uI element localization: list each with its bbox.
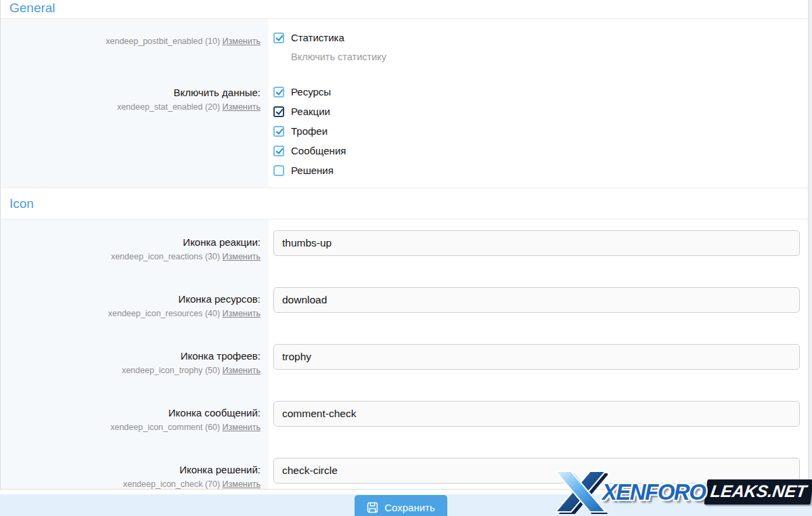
- general-section-block: xendeep_postbit_enabled (10) Изменить Ст…: [1, 19, 808, 188]
- option-control-cell: Статистика Включить статистику: [269, 19, 808, 79]
- option-id-text: xendeep_icon_resources (40): [108, 309, 220, 318]
- option-title: Включить данные:: [1, 86, 261, 100]
- option-row-icon-comment: Иконка сообщений: xendeep_icon_comment (…: [1, 390, 808, 447]
- icon-resources-input[interactable]: [273, 287, 800, 313]
- floppy-disk-icon: [367, 502, 378, 513]
- option-control-cell: [269, 447, 808, 490]
- option-row-icon-check: Иконка решений: xendeep_icon_check (70) …: [1, 447, 808, 490]
- checkbox-solutions[interactable]: Решения: [273, 165, 800, 176]
- section-header-icon: Icon: [1, 188, 808, 219]
- option-label-cell: Иконка ресурсов: xendeep_icon_resources …: [1, 276, 269, 333]
- icon-reactions-input[interactable]: [273, 230, 800, 256]
- option-meta: xendeep_icon_reactions (30) Изменить: [1, 251, 261, 263]
- option-id-text: xendeep_icon_check (70): [123, 479, 220, 489]
- option-label-cell: xendeep_postbit_enabled (10) Изменить: [1, 19, 269, 79]
- option-id-text: xendeep_stat_enabled (20): [117, 102, 220, 112]
- checkbox-icon: [273, 146, 284, 156]
- option-meta: xendeep_icon_resources (40) Изменить: [1, 307, 261, 320]
- save-button-label: Сохранить: [384, 502, 435, 513]
- option-meta: xendeep_icon_comment (60) Изменить: [1, 421, 261, 433]
- option-control-cell: [269, 219, 808, 276]
- checkbox-label: Решения: [291, 165, 334, 176]
- option-hint: Включить статистику: [291, 51, 800, 62]
- icon-comment-input[interactable]: [273, 401, 800, 427]
- checkbox-label: Статистика: [291, 32, 344, 43]
- checkbox-reactions[interactable]: Реакции: [273, 106, 800, 117]
- section-title: Icon: [9, 196, 34, 211]
- page-background-sliver: [809, 0, 812, 490]
- option-row-icon-resources: Иконка ресурсов: xendeep_icon_resources …: [1, 276, 808, 333]
- option-row-icon-reactions: Иконка реакции: xendeep_icon_reactions (…: [1, 219, 808, 276]
- option-id-text: xendeep_icon_trophy (50): [122, 366, 220, 375]
- option-row-icon-trophy: Иконка трофеев: xendeep_icon_trophy (50)…: [1, 333, 808, 390]
- checkbox-messages[interactable]: Сообщения: [273, 145, 800, 156]
- option-title: Иконка решений:: [1, 463, 261, 477]
- icon-section-block: Иконка реакции: xendeep_icon_reactions (…: [1, 219, 808, 490]
- icon-check-input[interactable]: [273, 458, 800, 483]
- option-label-cell: Иконка реакции: xendeep_icon_reactions (…: [1, 219, 269, 276]
- option-id-text: xendeep_icon_comment (60): [110, 423, 220, 432]
- options-panel: General xendeep_postbit_enabled (10) Изм…: [0, 0, 809, 490]
- option-control-cell: [269, 276, 808, 333]
- edit-link[interactable]: Изменить: [223, 309, 261, 318]
- option-label-cell: Иконка трофеев: xendeep_icon_trophy (50)…: [1, 333, 269, 390]
- section-title: General: [9, 1, 55, 15]
- option-meta: xendeep_icon_trophy (50) Изменить: [1, 364, 261, 377]
- checkbox-statistics[interactable]: Статистика: [273, 32, 800, 43]
- checkbox-resources[interactable]: Ресурсы: [273, 86, 800, 98]
- option-title: Иконка сообщений:: [1, 406, 261, 420]
- checkbox-label: Сообщения: [291, 145, 346, 156]
- checkbox-icon: [273, 106, 284, 117]
- option-row-postbit-enabled: xendeep_postbit_enabled (10) Изменить Ст…: [1, 19, 808, 79]
- option-meta: xendeep_postbit_enabled (10) Изменить: [1, 35, 261, 47]
- edit-link[interactable]: Изменить: [223, 479, 261, 489]
- option-title: Иконка ресурсов:: [1, 293, 261, 306]
- option-control-cell: [269, 390, 808, 447]
- edit-link[interactable]: Изменить: [223, 37, 261, 46]
- edit-link[interactable]: Изменить: [223, 366, 261, 375]
- option-row-stat-enabled: Включить данные: xendeep_stat_enabled (2…: [1, 79, 808, 188]
- save-button[interactable]: Сохранить: [355, 495, 447, 516]
- checkbox-label: Трофеи: [291, 125, 328, 137]
- checkbox-icon: [273, 165, 284, 176]
- checkbox-icon: [273, 126, 284, 137]
- option-label-cell: Иконка сообщений: xendeep_icon_comment (…: [1, 390, 269, 447]
- option-id-text: xendeep_postbit_enabled (10): [106, 37, 220, 46]
- section-header-general: General: [1, 0, 808, 19]
- option-id-text: xendeep_icon_reactions (30): [111, 252, 220, 261]
- option-meta: xendeep_icon_check (70) Изменить: [1, 478, 261, 490]
- option-control-cell: [269, 333, 808, 390]
- checkbox-trophies[interactable]: Трофеи: [273, 125, 800, 137]
- option-title: Иконка реакции:: [1, 236, 261, 249]
- option-control-cell: Ресурсы Реакции Трофеи Сообщения Решения: [269, 79, 808, 188]
- checkbox-icon: [273, 87, 284, 98]
- edit-link[interactable]: Изменить: [223, 102, 261, 112]
- option-title: Иконка трофеев:: [1, 349, 261, 363]
- edit-link[interactable]: Изменить: [223, 252, 261, 261]
- edit-link[interactable]: Изменить: [223, 423, 261, 432]
- checkbox-label: Ресурсы: [291, 86, 331, 98]
- option-label-cell: Иконка решений: xendeep_icon_check (70) …: [1, 447, 269, 490]
- option-meta: xendeep_stat_enabled (20) Изменить: [1, 101, 261, 113]
- checkbox-icon: [273, 33, 284, 43]
- icon-trophy-input[interactable]: [273, 344, 800, 370]
- checkbox-label: Реакции: [291, 106, 330, 117]
- option-label-cell: Включить данные: xendeep_stat_enabled (2…: [1, 79, 269, 188]
